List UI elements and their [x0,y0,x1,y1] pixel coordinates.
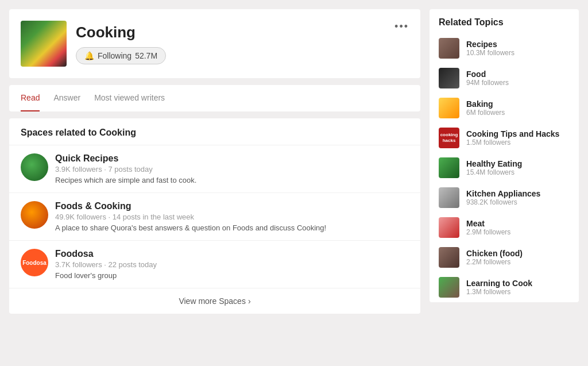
related-topic-thumbnail [439,277,459,298]
related-topic-followers: 15.4M followers [466,168,522,176]
spaces-section-title: Spaces related to Cooking [9,118,420,145]
list-item: Quick Recipes 3.9K followers · 7 posts t… [9,145,420,193]
related-topic-name: Chicken (food) [466,249,523,258]
side-column: Related Topics Recipes10.3M followersFoo… [430,9,579,357]
space-description: Recipes which are simple and fast to coo… [55,176,409,184]
related-topic-followers: 2.9M followers [466,228,510,236]
related-topic-followers: 6M followers [466,109,505,117]
space-name[interactable]: Quick Recipes [55,153,409,164]
topic-header-card: Cooking 🔔 Following 52.7M ••• [9,9,420,78]
related-topic-name: Food [466,70,509,79]
space-name[interactable]: Foodosa [55,249,409,259]
related-topic-info: Learning to Cook1.3M followers [466,279,532,296]
space-avatar [21,153,48,181]
follow-label: Following [98,51,131,60]
space-avatar: Foodosa [21,249,48,276]
related-topic-thumbnail [439,157,459,178]
view-more-arrow: › [248,296,251,306]
space-avatar [21,201,48,229]
related-topic-info: Cooking Tips and Hacks1.5M followers [466,129,559,147]
related-topic-item[interactable]: Learning to Cook1.3M followers [430,272,579,302]
related-topic-name: Cooking Tips and Hacks [466,129,559,138]
space-body: Foods & Cooking 49.9K followers · 14 pos… [55,201,409,232]
related-topic-info: Meat2.9M followers [466,219,510,236]
tab-read[interactable]: Read [21,85,40,111]
space-meta: 49.9K followers · 14 posts in the last w… [55,213,409,221]
related-topic-followers: 1.5M followers [466,138,559,147]
space-body: Quick Recipes 3.9K followers · 7 posts t… [55,153,409,184]
list-item: Foodosa Foodosa 3.7K followers · 22 post… [9,241,420,288]
space-meta: 3.7K followers · 22 posts today [55,260,409,269]
related-topic-item[interactable]: Chicken (food)2.2M followers [430,242,579,272]
related-topic-thumbnail: cooking hacks [439,128,459,148]
space-name[interactable]: Foods & Cooking [55,201,409,211]
related-topic-followers: 94M followers [466,79,509,87]
related-topics-list: Recipes10.3M followersFood94M followersB… [430,33,579,302]
view-more-spaces-button[interactable]: View more Spaces › [9,288,420,314]
related-topic-followers: 10.3M followers [466,49,514,57]
topic-title: Cooking [76,24,166,41]
related-topic-name: Healthy Eating [466,159,522,168]
related-topic-thumbnail [439,98,459,118]
related-topic-item[interactable]: Healthy Eating15.4M followers [430,153,579,183]
related-topic-info: Chicken (food)2.2M followers [466,249,523,266]
related-topic-name: Learning to Cook [466,279,532,288]
list-item: Foods & Cooking 49.9K followers · 14 pos… [9,193,420,241]
related-topic-item[interactable]: Meat2.9M followers [430,213,579,242]
tabs-bar: Read Answer Most viewed writers [9,85,420,111]
follow-button[interactable]: 🔔 Following 52.7M [76,47,166,64]
tab-answer[interactable]: Answer [53,85,80,111]
spaces-card: Spaces related to Cooking Quick Recipes … [9,118,420,314]
related-topic-name: Baking [466,99,505,109]
topic-info: Cooking 🔔 Following 52.7M [76,24,166,64]
related-topic-thumbnail [439,217,459,238]
space-body: Foodosa 3.7K followers · 22 posts today … [55,249,409,280]
follow-count: 52.7M [135,51,157,60]
related-topic-thumbnail [439,247,459,268]
main-column: Cooking 🔔 Following 52.7M ••• Read Answe… [9,9,420,357]
tabs-list: Read Answer Most viewed writers [21,85,409,111]
follow-icon: 🔔 [84,51,94,60]
related-topic-thumbnail [439,68,459,88]
related-topic-info: Recipes10.3M followers [466,40,514,57]
related-topic-thumbnail [439,187,459,208]
view-more-label: View more Spaces [179,296,245,306]
space-meta: 3.9K followers · 7 posts today [55,165,409,174]
more-options-button[interactable]: ••• [394,21,409,33]
page-container: Cooking 🔔 Following 52.7M ••• Read Answe… [9,9,579,357]
related-topics-card: Related Topics Recipes10.3M followersFoo… [430,9,579,302]
topic-avatar [21,21,67,67]
related-topic-name: Meat [466,219,510,228]
related-topic-info: Kitchen Appliances938.2K followers [466,189,540,206]
related-topic-followers: 1.3M followers [466,288,532,296]
related-topic-followers: 938.2K followers [466,198,540,206]
topic-avatar-image [21,21,67,67]
related-topic-item[interactable]: Food94M followers [430,63,579,93]
space-description: A place to share Quora's best answers & … [55,224,409,232]
related-topic-name: Kitchen Appliances [466,189,540,198]
tab-most-viewed-writers[interactable]: Most viewed writers [94,85,165,111]
related-topics-title: Related Topics [430,9,579,33]
related-topic-info: Food94M followers [466,70,509,87]
related-topic-info: Healthy Eating15.4M followers [466,159,522,176]
related-topic-item[interactable]: Kitchen Appliances938.2K followers [430,183,579,213]
related-topic-info: Baking6M followers [466,99,505,117]
related-topic-item[interactable]: cooking hacksCooking Tips and Hacks1.5M … [430,123,579,153]
related-topic-item[interactable]: Recipes10.3M followers [430,33,579,63]
space-description: Food lover's group [55,271,409,280]
related-topic-thumbnail [439,38,459,59]
related-topic-followers: 2.2M followers [466,258,523,266]
related-topic-name: Recipes [466,40,514,49]
related-topic-item[interactable]: Baking6M followers [430,93,579,123]
